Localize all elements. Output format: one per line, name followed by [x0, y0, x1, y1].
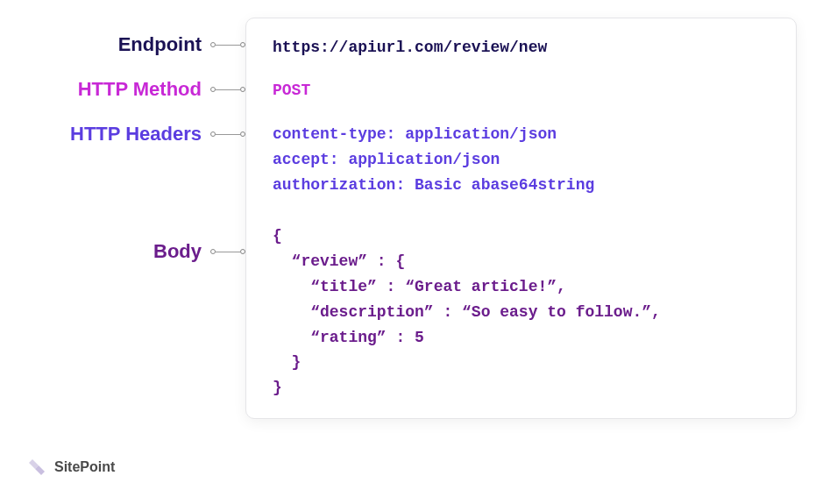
- header-accept: accept: application/json: [273, 147, 770, 173]
- label-column: Endpoint HTTP Method HTTP Headers: [18, 18, 245, 263]
- line-icon: [216, 45, 240, 46]
- request-card: https://apiurl.com/review/new POST conte…: [245, 18, 797, 419]
- diagram-container: Endpoint HTTP Method HTTP Headers: [18, 18, 797, 419]
- label-method-row: HTTP Method: [18, 78, 245, 101]
- label-endpoint: Endpoint: [118, 33, 202, 56]
- headers-block: content-type: application/json accept: a…: [273, 122, 770, 197]
- label-headers: HTTP Headers: [70, 123, 202, 146]
- line-icon: [216, 134, 240, 135]
- label-method: HTTP Method: [78, 78, 202, 101]
- label-body: Body: [153, 240, 202, 263]
- header-content-type: content-type: application/json: [273, 122, 770, 147]
- line-icon: [216, 252, 240, 252]
- connector-headers: [210, 131, 245, 137]
- method-value: POST: [273, 79, 770, 103]
- label-body-row: Body: [18, 240, 245, 263]
- label-headers-row: HTTP Headers: [18, 123, 245, 146]
- line-icon: [216, 89, 240, 90]
- body-block: { “review” : { “title” : “Great article!…: [273, 224, 770, 401]
- brand-name: SitePoint: [54, 459, 115, 475]
- header-authorization: authorization: Basic abase64string: [273, 173, 770, 198]
- connector-body: [210, 249, 245, 254]
- endpoint-value: https://apiurl.com/review/new: [273, 36, 770, 60]
- brand-logo: SitePoint: [26, 457, 115, 478]
- label-endpoint-row: Endpoint: [18, 33, 245, 56]
- connector-method: [210, 87, 245, 92]
- sitepoint-icon: [26, 457, 47, 478]
- connector-endpoint: [210, 42, 245, 47]
